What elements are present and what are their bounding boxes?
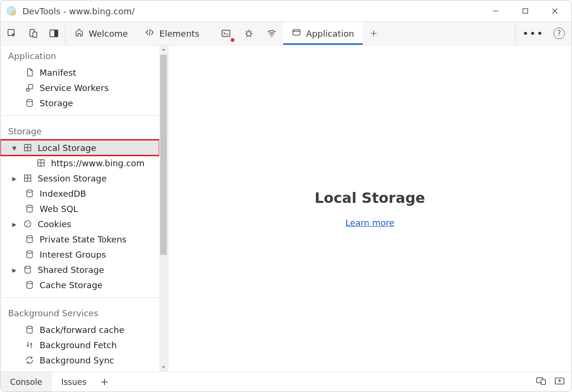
console-errors-icon[interactable] <box>218 26 234 41</box>
inspect-element-icon[interactable] <box>4 26 20 41</box>
svg-rect-11 <box>222 30 230 37</box>
tab-application[interactable]: Application <box>283 22 363 45</box>
sidebar-item-storage[interactable]: Storage <box>0 95 159 111</box>
scroll-thumb[interactable] <box>160 55 167 255</box>
window-minimize-button[interactable] <box>481 0 511 21</box>
section-application: Application <box>0 45 159 65</box>
network-icon[interactable] <box>264 26 279 41</box>
svg-point-38 <box>25 266 31 269</box>
tree-label: Manifest <box>40 68 76 78</box>
svg-rect-14 <box>293 30 300 35</box>
chevron-right-icon: ▸ <box>11 173 18 183</box>
drawer: Console Issues + <box>0 372 572 392</box>
sidebar-item-local-storage-origin[interactable]: https://www.bing.com <box>0 155 159 171</box>
database-icon <box>24 98 35 108</box>
tree-label: Cookies <box>38 219 71 229</box>
svg-rect-42 <box>541 379 545 384</box>
svg-point-39 <box>27 281 32 284</box>
svg-point-34 <box>29 223 30 224</box>
svg-point-33 <box>27 222 28 223</box>
application-icon <box>292 28 301 39</box>
tree-label: Storage <box>40 98 73 108</box>
cookie-icon <box>22 219 33 229</box>
grid-icon <box>22 173 33 183</box>
section-background-services: Background Services <box>0 302 159 322</box>
help-icon[interactable]: ? <box>553 28 565 39</box>
sidebar-item-cookies[interactable]: ▸ Cookies <box>0 216 159 231</box>
tab-label: Issues <box>61 377 87 387</box>
sidebar-item-private-state-tokens[interactable]: Private State Tokens <box>0 231 159 247</box>
grid-icon <box>36 158 46 168</box>
sidebar-item-manifest[interactable]: Manifest <box>0 65 159 80</box>
debug-icon[interactable] <box>241 26 256 41</box>
devtools-app-icon <box>6 6 17 16</box>
more-options-icon[interactable]: ••• <box>516 28 551 40</box>
content-pane: Local Storage Learn more <box>168 45 572 372</box>
svg-point-43 <box>539 378 539 379</box>
sync-icon <box>24 355 35 365</box>
sidebar-item-bf-cache[interactable]: Back/forward cache <box>0 322 159 337</box>
code-icon <box>145 28 154 39</box>
chevron-right-icon: ▸ <box>11 265 18 275</box>
tree-label: Back/forward cache <box>40 325 124 335</box>
sidebar-item-session-storage[interactable]: ▸ Session Storage <box>0 171 159 186</box>
scroll-up-icon[interactable] <box>159 45 168 54</box>
svg-rect-10 <box>54 30 58 37</box>
devtools-toolbar: Welcome Elements Application <box>0 21 572 45</box>
sidebar-item-interest-groups[interactable]: Interest Groups <box>0 247 159 262</box>
device-toggle-icon[interactable] <box>25 26 41 41</box>
drawer-new-tab-button[interactable]: + <box>96 372 113 392</box>
tree-label: Shared Storage <box>38 265 104 275</box>
sidebar-item-cache-storage[interactable]: Cache Storage <box>0 277 159 292</box>
window-title: DevTools - www.bing.com/ <box>22 6 481 16</box>
chevron-right-icon: ▸ <box>11 219 18 229</box>
window-close-button[interactable] <box>540 0 570 21</box>
tree-label: Background Fetch <box>40 340 117 350</box>
svg-point-20 <box>27 100 32 102</box>
sidebar-item-shared-storage[interactable]: ▸ Shared Storage <box>0 262 159 277</box>
drawer-tab-console[interactable]: Console <box>0 372 52 392</box>
file-icon <box>24 67 35 78</box>
tab-label: Application <box>306 29 354 39</box>
svg-point-36 <box>27 236 32 238</box>
tree-label: Cache Storage <box>40 280 102 290</box>
svg-point-30 <box>27 190 32 192</box>
application-sidebar: Application Manifest Service Workers Sto… <box>0 45 159 372</box>
database-icon <box>24 324 35 335</box>
drawer-responsive-icon[interactable] <box>536 377 547 387</box>
sidebar-item-websql[interactable]: Web SQL <box>0 201 159 216</box>
drawer-upload-icon[interactable] <box>554 377 565 387</box>
tree-label: IndexedDB <box>40 189 86 199</box>
tree-label: Interest Groups <box>40 250 106 260</box>
sidebar-item-background-fetch[interactable]: Background Fetch <box>0 337 159 352</box>
new-tab-button[interactable] <box>363 22 385 45</box>
sidebar-item-indexeddb[interactable]: IndexedDB <box>0 186 159 201</box>
tree-label: Service Workers <box>40 83 109 93</box>
window-maximize-button[interactable] <box>511 0 540 21</box>
svg-point-31 <box>27 205 32 208</box>
tree-label: Private State Tokens <box>40 234 126 244</box>
fetch-icon <box>24 340 35 350</box>
tree-label: https://www.bing.com <box>51 158 144 168</box>
svg-point-19 <box>26 89 29 91</box>
content-heading: Local Storage <box>315 190 425 206</box>
sidebar-item-background-sync[interactable]: Background Sync <box>0 352 159 368</box>
grid-icon <box>22 142 33 153</box>
drawer-tab-issues[interactable]: Issues <box>52 372 96 392</box>
sidebar-item-local-storage[interactable]: ▾ Local Storage <box>0 140 159 155</box>
tab-label: Welcome <box>89 29 128 39</box>
tree-label: Web SQL <box>40 204 78 214</box>
tab-label: Elements <box>159 29 199 39</box>
dock-side-icon[interactable] <box>46 26 61 41</box>
tree-label: Local Storage <box>38 143 96 153</box>
svg-rect-8 <box>33 32 37 37</box>
tab-elements[interactable]: Elements <box>136 22 208 45</box>
scroll-down-icon[interactable] <box>159 363 168 372</box>
sidebar-item-service-workers[interactable]: Service Workers <box>0 80 159 95</box>
sidebar-scrollbar[interactable] <box>159 45 168 372</box>
database-icon <box>24 234 35 244</box>
learn-more-link[interactable]: Learn more <box>346 218 395 228</box>
tab-welcome[interactable]: Welcome <box>66 22 136 45</box>
database-icon <box>22 264 33 275</box>
svg-point-37 <box>27 251 32 253</box>
